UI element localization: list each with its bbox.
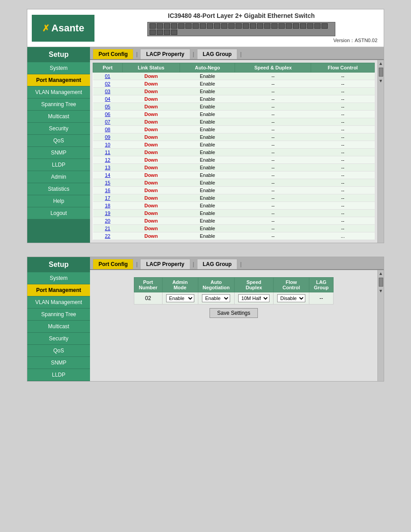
col-header-speed-duplex: Speed & Duplex [235,63,311,73]
sidebar-item-multicast-2[interactable]: Multicast [27,321,90,333]
port-link-20[interactable]: 20 [93,217,123,225]
port-link-06[interactable]: 06 [93,111,123,118]
sidebar-2: Setup System Port Management VLAN Manage… [27,257,90,381]
speed-duplex-select[interactable]: 10M Half 10M Full 100M Half 100M Full 10… [238,294,270,302]
port-link-09[interactable]: 09 [93,133,123,141]
scroll-up-arrow[interactable]: ▲ [378,60,384,67]
port-link-01[interactable]: 01 [93,73,123,80]
port-link-03[interactable]: 03 [93,88,123,95]
port-block [150,23,156,29]
table-row: 19DownEnable---- [93,210,375,217]
port-status-08: Down [122,126,180,133]
speed-duplex-cell: 10M Half 10M Full 100M Half 100M Full 10… [235,292,274,305]
port-status-14: Down [122,172,180,179]
port-auto-nego-21: Enable [180,225,235,232]
sidebar-item-port-management-2[interactable]: Port Management [27,284,90,296]
scroll-up-arrow-2[interactable]: ▲ [378,270,384,277]
sidebar-item-lldp[interactable]: LLDP [27,159,90,171]
sidebar-item-system-2[interactable]: System [27,272,90,284]
port-flow-04: -- [311,95,375,103]
port-link-08[interactable]: 08 [93,126,123,133]
port-link-22[interactable]: 22 [93,232,123,240]
port-block [207,23,213,29]
col-lag-group: LAGGroup [309,278,334,292]
tab-port-config-2[interactable]: Port Config [93,259,133,269]
tab-lag-group-1[interactable]: LAG Group [197,49,238,59]
sidebar-item-lldp-2[interactable]: LLDP [27,369,90,381]
sidebar-item-spanning-tree-2[interactable]: Spanning Tree [27,309,90,321]
sidebar-item-vlan-management-2[interactable]: VLAN Management [27,296,90,309]
sidebar-item-snmp-2[interactable]: SNMP [27,357,90,369]
port-link-12[interactable]: 12 [93,156,123,164]
sidebar-item-admin[interactable]: Admin [27,171,90,183]
port-link-10[interactable]: 10 [93,141,123,149]
port-link-05[interactable]: 05 [93,103,123,111]
sidebar-item-qos[interactable]: QoS [27,135,90,147]
tab-lacp-property-2[interactable]: LACP Property [140,259,190,269]
table-row: 06DownEnable---- [93,111,375,118]
auto-nego-select[interactable]: Enable Disable [202,294,230,302]
port-block [171,23,177,29]
port-link-13[interactable]: 13 [93,164,123,172]
port-link-17[interactable]: 17 [93,194,123,202]
scrollbar-2[interactable]: ▲ ▼ [377,270,384,381]
scroll-thumb[interactable] [379,68,383,77]
port-block [286,23,292,29]
port-flow-11: -- [311,149,375,156]
admin-mode-select[interactable]: Enable Disable [166,294,194,302]
logo-area: ✗ Asante [32,15,94,42]
sidebar-item-security-2[interactable]: Security [27,333,90,345]
port-block [307,23,313,29]
port-link-21[interactable]: 21 [93,225,123,232]
port-link-18[interactable]: 18 [93,202,123,210]
port-flow-14: -- [311,172,375,179]
col-admin-mode: AdminMode [162,278,198,292]
port-speed-11: -- [235,149,311,156]
sidebar-item-logout[interactable]: Logout [27,207,90,219]
port-block [235,23,242,29]
port-auto-nego-08: Enable [180,126,235,133]
tab-lag-group-2[interactable]: LAG Group [197,259,238,269]
sidebar-item-spanning-tree[interactable]: Spanning Tree [27,99,90,111]
table-row: 15DownEnable---- [93,179,375,187]
sidebar-item-statistics[interactable]: Statistics [27,183,90,195]
scroll-down-arrow[interactable]: ▼ [378,77,384,84]
port-link-14[interactable]: 14 [93,172,123,179]
port-link-04[interactable]: 04 [93,95,123,103]
sidebar-item-help[interactable]: Help [27,195,90,207]
sidebar-item-multicast[interactable]: Multicast [27,111,90,123]
header-right: IC39480 48-Port Layer 2+ Gigabit Etherne… [103,12,379,44]
sidebar-item-qos-2[interactable]: QoS [27,345,90,357]
port-link-16[interactable]: 16 [93,187,123,194]
port-speed-02: -- [235,80,311,88]
port-auto-nego-01: Enable [180,73,235,80]
sidebar-item-system[interactable]: System [27,62,90,74]
col-header-auto-nego: Auto-Nego [180,63,235,73]
flow-control-select[interactable]: Disable Enable [277,294,305,302]
port-link-11[interactable]: 11 [93,149,123,156]
col-auto-negotiation: AutoNegotiation [198,278,235,292]
port-block [300,23,306,29]
config-form: PortNumber AdminMode AutoNegotiation Spe… [90,270,377,381]
scrollbar-1[interactable]: ▲ ▼ [377,60,384,243]
tab-lacp-property-1[interactable]: LACP Property [140,49,190,59]
col-speed-duplex: SpeedDuplex [235,278,274,292]
sidebar-item-vlan-management[interactable]: VLAN Management [27,86,90,99]
tab-port-config-1[interactable]: Port Config [93,49,133,59]
port-link-02[interactable]: 02 [93,80,123,88]
scroll-thumb-2[interactable] [379,278,383,287]
sidebar-item-security[interactable]: Security [27,123,90,135]
tab-sep-5: | [191,261,196,267]
port-speed-15: -- [235,179,311,187]
port-auto-nego-19: Enable [180,210,235,217]
port-link-15[interactable]: 15 [93,179,123,187]
port-link-07[interactable]: 07 [93,118,123,126]
port-speed-09: -- [235,133,311,141]
scroll-down-arrow-2[interactable]: ▼ [378,287,384,294]
port-status-01: Down [122,73,180,80]
port-link-19[interactable]: 19 [93,210,123,217]
sidebar-item-snmp[interactable]: SNMP [27,147,90,159]
sidebar-item-port-management[interactable]: Port Management [27,74,90,86]
port-speed-01: -- [235,73,311,80]
save-settings-button[interactable]: Save Settings [210,308,258,318]
